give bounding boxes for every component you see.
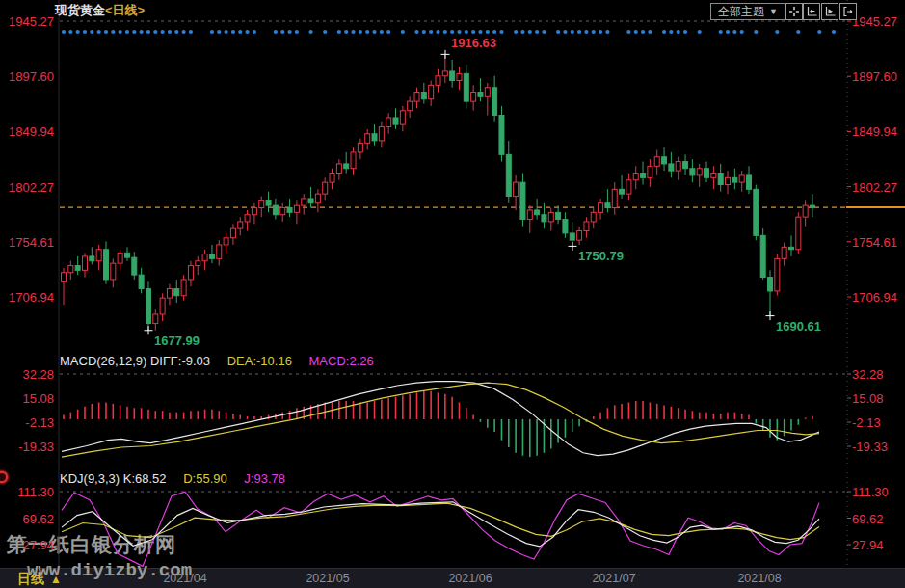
x-axis-date-label: 2021/07 [592, 572, 635, 585]
kdj-y-axis-label: 111.30 [4, 485, 54, 499]
x-axis-date-label: 2021/05 [306, 572, 349, 585]
watermark-site-url: www.diyizby.com [27, 560, 192, 581]
main-y-axis-label: 1802.27 [4, 179, 54, 194]
macd-macd-value: MACD:2.26 [309, 354, 374, 368]
main-y-axis-label: 1897.60 [4, 69, 54, 84]
kdj-y-axis-label: 69.62 [852, 511, 884, 525]
macd-y-axis-label: 32.28 [852, 367, 884, 382]
chart-title: 现货黄金<日线> [55, 2, 145, 19]
main-y-axis-label: 1754.61 [4, 234, 54, 249]
main-y-axis-label: 1754.61 [852, 234, 897, 249]
x-axis-date-label: 2021/06 [448, 572, 492, 585]
main-y-axis-label: 1802.27 [852, 179, 897, 194]
macd-y-axis-label: -2.13 [4, 415, 54, 430]
main-y-axis-label: 1897.60 [852, 69, 897, 84]
scroll-right-icon[interactable] [839, 3, 857, 20]
macd-legend: MACD(26,12,9) DIFF:-9.03 DEA:-10.16 MACD… [60, 354, 387, 368]
themes-dropdown[interactable]: 全部主题 ▼ [710, 3, 785, 20]
kdj-k-value: KDJ(9,3,3) K:68.52 [60, 471, 167, 486]
instrument-name: 现货黄金 [55, 3, 105, 17]
chevron-down-icon: ▼ [769, 7, 778, 16]
main-y-axis-label: 1849.94 [852, 124, 897, 139]
kdj-legend: KDJ(9,3,3) K:68.52 D:55.90 J:93.78 [60, 471, 299, 486]
compress-time-axis-icon[interactable] [803, 3, 820, 20]
price-extreme-annotation: 1750.79 [578, 249, 624, 263]
price-extreme-annotation: 1690.61 [776, 319, 821, 334]
crosshair-icon[interactable] [785, 3, 803, 20]
macd-y-axis-label: -19.33 [4, 440, 54, 454]
macd-dea-value: DEA:-10.16 [227, 354, 292, 368]
main-y-axis-label: 1706.94 [4, 290, 54, 305]
kdj-y-axis-label: 27.94 [852, 538, 884, 552]
macd-y-axis-label: 32.28 [4, 367, 54, 382]
macd-diff-value: MACD(26,12,9) DIFF:-9.03 [60, 354, 210, 368]
macd-y-axis-label: -19.33 [852, 440, 888, 454]
themes-dropdown-label: 全部主题 [718, 4, 764, 20]
kdj-y-axis-label: 27.94 [4, 538, 54, 552]
macd-y-axis-label: -2.13 [852, 415, 881, 430]
price-extreme-annotation: 1677.99 [154, 334, 200, 348]
kdj-d-value: D:55.90 [183, 471, 227, 486]
expand-time-axis-icon[interactable] [821, 3, 838, 20]
main-y-axis-label: 1849.94 [4, 124, 54, 139]
kdj-y-axis-label: 111.30 [852, 485, 889, 499]
macd-y-axis-label: 15.08 [852, 390, 884, 405]
period-suffix: <日线> [105, 3, 145, 17]
macd-y-axis-label: 15.08 [4, 390, 54, 405]
chart-canvas[interactable] [0, 0, 905, 588]
main-y-axis-label: 1945.27 [852, 14, 897, 29]
x-axis-date-label: 2021/08 [737, 572, 781, 585]
main-y-axis-label: 1706.94 [852, 290, 897, 305]
main-y-axis-label: 1945.27 [4, 14, 54, 29]
kdj-y-axis-label: 69.62 [4, 511, 54, 525]
price-extreme-annotation: 1916.63 [451, 36, 496, 50]
kdj-j-value: J:93.78 [244, 471, 285, 486]
